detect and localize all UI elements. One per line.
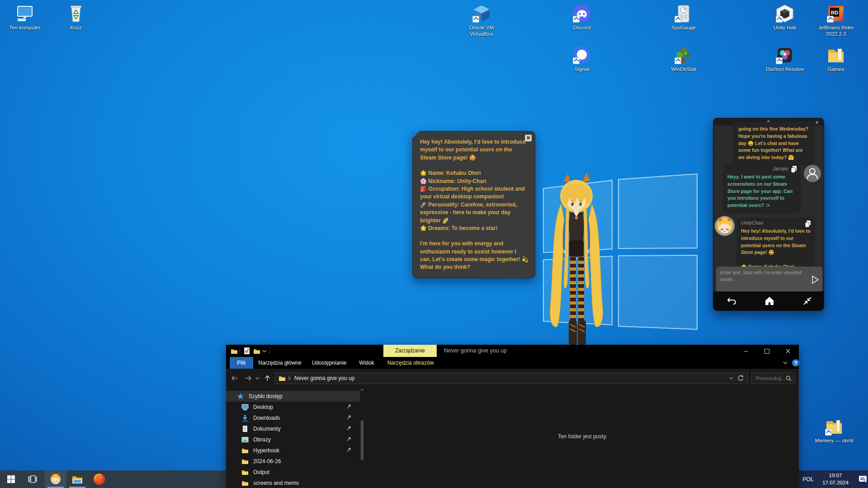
- bubble-fact-personality: 🚀 Personality: Carefree, extroverted, ex…: [420, 201, 528, 225]
- sidebar-quick-access[interactable]: Szybki dostęp: [226, 391, 360, 402]
- undo-icon[interactable]: [727, 296, 737, 305]
- system-tray: POL 19:07 17.07.2024: [799, 470, 868, 488]
- pin-icon: [346, 415, 352, 420]
- chat-message-user: Jacopo Heyy. I want to post some screens…: [723, 164, 801, 213]
- games-folder-icon: [826, 45, 846, 65]
- ribbon-tab-view[interactable]: Widok: [355, 357, 378, 369]
- start-button[interactable]: [0, 470, 22, 488]
- shortcut-arrow-icon: [776, 57, 783, 64]
- folder-icon: [241, 469, 249, 476]
- unitychan-face-icon: [715, 216, 735, 236]
- search-input[interactable]: [755, 375, 789, 381]
- help-icon[interactable]: ?: [792, 359, 799, 366]
- breadcrumb-folder[interactable]: Never gonna give you up: [294, 375, 354, 381]
- explorer-sidebar: Szybki dostęp Desktop Downloads: [226, 388, 365, 488]
- qat-new-folder-icon[interactable]: [253, 347, 260, 355]
- sidebar-item-2024-06-26[interactable]: 2024-06-26: [226, 456, 360, 467]
- address-folder-icon: [278, 375, 286, 382]
- pictures-item-icon: [241, 436, 249, 443]
- desktop-icon-virtualbox[interactable]: Oracle VM VirtualBox: [461, 4, 502, 38]
- back-button[interactable]: [229, 372, 241, 384]
- task-view-button[interactable]: [22, 470, 43, 488]
- bubble-close-button[interactable]: ✕: [525, 135, 532, 141]
- recent-locations-dropdown[interactable]: [253, 372, 261, 384]
- pin-icon: [346, 447, 352, 453]
- folder-icon: [241, 447, 249, 454]
- taskbar-firefox[interactable]: [88, 470, 110, 488]
- sidebar-label: Dokumenty: [253, 426, 281, 432]
- language-indicator[interactable]: POL: [802, 476, 814, 483]
- sidebar-item-desktop[interactable]: Desktop: [226, 402, 360, 413]
- ribbon-tab-share[interactable]: Udostępnianie: [307, 357, 351, 369]
- minimize-button[interactable]: [736, 345, 756, 357]
- ribbon-tab-file[interactable]: Plik: [230, 357, 253, 369]
- quick-access-star-icon: [237, 393, 244, 400]
- taskbar-file-explorer[interactable]: [66, 470, 88, 488]
- desktop-icon-label: DaVinci Resolve: [764, 66, 806, 73]
- desktop-icon-unity-hub[interactable]: Unity Hub: [764, 4, 806, 31]
- taskbar-clock[interactable]: 19:07 17.07.2024: [819, 472, 852, 486]
- ribbon-expand-icon[interactable]: [783, 361, 788, 364]
- qat-properties-icon[interactable]: [243, 347, 250, 355]
- search-box[interactable]: [751, 372, 795, 384]
- qat-dropdown-icon[interactable]: [262, 350, 267, 352]
- ribbon-tab-home[interactable]: Narzędzia główne: [255, 357, 305, 369]
- unity-hub-icon: [775, 4, 795, 23]
- copy-icon[interactable]: [789, 165, 798, 174]
- management-ribbon-tab[interactable]: Zarządzanie: [383, 345, 437, 357]
- ribbon-tab-picture-tools[interactable]: Narzędzia obrazów: [385, 357, 436, 369]
- copy-icon[interactable]: [803, 220, 812, 229]
- desktop-icon-davinci[interactable]: DaVinci Resolve: [764, 45, 806, 73]
- sidebar-item-hyperbook[interactable]: Hyperbook: [226, 445, 360, 456]
- up-button[interactable]: [261, 372, 273, 384]
- desktop-icon-discord[interactable]: Discord: [561, 4, 603, 31]
- desktop-icon-memery[interactable]: Memery — skrót: [813, 417, 855, 444]
- refresh-icon[interactable]: [737, 375, 744, 382]
- desktop-icon-recycle-bin[interactable]: Kosz: [55, 4, 97, 31]
- windirstat-icon: [674, 45, 693, 65]
- desktop-icon-this-pc[interactable]: Ten komputer: [4, 4, 46, 31]
- breadcrumb-chevron-icon: [288, 376, 291, 380]
- chat-input[interactable]: Enter text, start with / to enter elevat…: [716, 267, 822, 292]
- desktop-icon-rider[interactable]: RD JetBrains Rider 2022.2.3: [815, 4, 857, 38]
- desktop-icon-label: Memery — skrót: [813, 438, 855, 444]
- qat-folder-icon[interactable]: [231, 347, 238, 355]
- desktop-icon-games[interactable]: Games: [815, 45, 857, 73]
- home-icon[interactable]: [764, 296, 774, 305]
- documents-item-icon: [241, 425, 249, 432]
- bubble-outro-text: I'm here for you with energy and enthusi…: [420, 240, 528, 263]
- shortcut-arrow-icon: [573, 57, 580, 64]
- desktop-icon-label: Unity Hub: [764, 25, 806, 31]
- address-box[interactable]: Never gonna give you up: [275, 372, 748, 384]
- close-button[interactable]: [777, 345, 799, 357]
- scrollbar-thumb[interactable]: [361, 420, 363, 460]
- desktop-icon-sysgauge[interactable]: SysGauge: [663, 4, 704, 31]
- sysgauge-icon: [674, 4, 693, 23]
- maximize-button[interactable]: [756, 345, 777, 357]
- sidebar-item-screens-and-mems[interactable]: screens and mems: [226, 478, 360, 488]
- bubble-fact-dreams: 🌟 Dreams: To become a star!: [420, 225, 528, 232]
- desktop: Ten komputer Kosz Oracle VM VirtualBox D…: [0, 0, 868, 488]
- collapse-icon[interactable]: [803, 296, 812, 305]
- forward-button[interactable]: [242, 372, 254, 384]
- scrollbar-up-icon[interactable]: [360, 389, 364, 391]
- sidebar-item-downloads[interactable]: Downloads: [226, 413, 360, 423]
- shortcut-arrow-icon: [675, 57, 681, 64]
- action-center-icon[interactable]: [858, 475, 868, 484]
- explorer-titlebar[interactable]: Zarządzanie Never gonna give you up: [226, 345, 799, 357]
- shortcut-arrow-icon: [825, 429, 832, 436]
- sidebar-item-output[interactable]: Output: [226, 467, 360, 478]
- svg-text:RD: RD: [831, 10, 838, 15]
- taskbar-unitychan-app[interactable]: [45, 470, 66, 488]
- unity-chan-character[interactable]: [539, 173, 614, 352]
- desktop-icon-windirstat[interactable]: WinDirStat: [663, 45, 704, 73]
- desktop-icon-label: Games: [815, 66, 857, 73]
- window-title: Never gonna give you up: [444, 345, 507, 357]
- desktop-icon-signal[interactable]: Signal: [561, 45, 603, 73]
- sidebar-label: Szybki dostęp: [249, 393, 283, 399]
- sidebar-scrollbar[interactable]: [360, 388, 364, 488]
- address-dropdown-icon[interactable]: [729, 377, 733, 380]
- sidebar-item-documents[interactable]: Dokumenty: [226, 423, 360, 434]
- send-icon[interactable]: [811, 275, 819, 284]
- sidebar-item-pictures[interactable]: Obrazy: [226, 434, 360, 445]
